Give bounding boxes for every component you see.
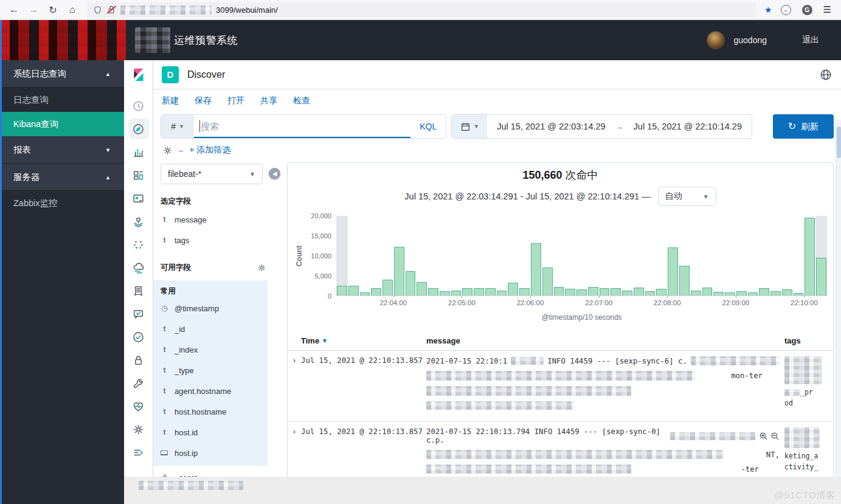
histogram-bar[interactable] [691, 291, 701, 296]
kibana-logo[interactable] [124, 60, 153, 89]
sidebar-item-Zabbix监控[interactable]: Zabbix监控 [0, 191, 124, 215]
sort-desc-icon[interactable]: ▼ [322, 337, 328, 344]
query-field-selector[interactable]: # ▼ [161, 115, 194, 138]
histogram-bar[interactable] [348, 286, 359, 295]
insecure-lock-icon[interactable] [106, 5, 116, 15]
field-item-_index[interactable]: t_index [161, 339, 268, 360]
add-filter-link[interactable]: + 添加筛选 [189, 145, 230, 156]
bookmark-star-icon[interactable]: ★ [764, 5, 772, 15]
notebook-icon[interactable] [128, 280, 149, 301]
histogram-bar[interactable] [576, 289, 587, 295]
histogram-bar[interactable] [794, 293, 804, 295]
histogram-bar[interactable] [713, 292, 724, 295]
histogram-bar[interactable] [554, 287, 564, 295]
menu-item-新建[interactable]: 新建 [162, 95, 179, 106]
histogram-bar[interactable] [474, 288, 484, 295]
menu-item-检查[interactable]: 检查 [293, 95, 310, 106]
menu-item-保存[interactable]: 保存 [195, 95, 212, 106]
back-icon[interactable]: ← [5, 2, 23, 18]
histogram-bar[interactable] [600, 288, 610, 295]
shield-icon[interactable] [93, 5, 102, 15]
field-item-_id[interactable]: t_id [161, 319, 268, 339]
histogram-bar[interactable] [451, 291, 462, 296]
histogram-bar[interactable] [725, 292, 735, 295]
sidebar-item-系统日志查询[interactable]: 系统日志查询▲ [0, 60, 124, 88]
calendar-button[interactable]: ▼ [452, 115, 487, 138]
histogram-bar[interactable] [542, 268, 553, 295]
sidebar-item-服务器[interactable]: 服务器▲ [0, 164, 124, 191]
sidebar-item-报表[interactable]: 报表▼ [0, 136, 124, 164]
reload-icon[interactable]: ↻ [44, 2, 62, 18]
histogram-bar[interactable] [440, 291, 450, 295]
zoom-in-icon[interactable] [759, 432, 768, 441]
refresh-button[interactable]: ↻ 刷新 [773, 114, 834, 139]
histogram-bar[interactable] [565, 289, 575, 295]
histogram-bar[interactable] [656, 289, 666, 295]
histogram-bar[interactable] [611, 288, 621, 295]
sidebar-item-Kibana查询[interactable]: Kibana查询 [0, 112, 124, 136]
histogram-bar[interactable] [679, 266, 690, 295]
field-item-host.ip[interactable]: host.ip [161, 443, 268, 463]
machine-learning-icon[interactable] [128, 234, 149, 255]
scrollbar-thumb[interactable] [837, 126, 841, 158]
histogram-bar[interactable] [485, 288, 496, 295]
histogram-bar[interactable] [360, 292, 370, 295]
expand-row-icon[interactable]: › [288, 356, 301, 365]
histogram-bar[interactable] [519, 288, 530, 295]
histogram-bar[interactable] [622, 291, 632, 295]
recent-icon[interactable] [128, 95, 149, 116]
field-settings-gear-icon[interactable] [257, 263, 266, 272]
histogram-bar[interactable] [406, 271, 416, 295]
collapse-sidebar-button[interactable]: ◀ [269, 168, 280, 179]
menu-item-打开[interactable]: 打开 [227, 95, 244, 106]
forward-icon[interactable]: → [24, 2, 43, 18]
browser-menu-icon[interactable]: ☰ [823, 4, 831, 15]
histogram-bar[interactable] [497, 291, 507, 296]
histogram-bar[interactable] [668, 247, 678, 295]
field-item-agent.hostname[interactable]: tagent.hostname [161, 381, 268, 401]
histogram-bar[interactable] [371, 288, 381, 295]
dashboard-icon[interactable] [128, 165, 149, 185]
filter-settings-gear-icon[interactable] [162, 145, 173, 156]
menu-item-共享[interactable]: 共享 [260, 95, 277, 106]
interval-select[interactable]: 自动 ▼ [658, 187, 716, 206]
search-input[interactable] [201, 121, 410, 131]
url-bar[interactable]: 3099/webui/main/ [88, 2, 756, 18]
column-header-time[interactable]: Time ▼ [301, 336, 426, 345]
histogram-bar[interactable] [816, 258, 826, 295]
maps-icon[interactable] [128, 211, 149, 232]
monitoring-heartbeat-icon[interactable] [128, 396, 149, 416]
home-icon[interactable]: ⌂ [63, 2, 81, 18]
expand-nav-icon[interactable] [128, 442, 149, 463]
histogram-bar[interactable] [736, 291, 747, 295]
field-item-message[interactable]: tmessage [161, 209, 280, 230]
histogram-bar[interactable] [588, 287, 598, 295]
zoom-out-icon[interactable] [770, 432, 780, 441]
histogram-bar[interactable] [759, 288, 769, 295]
logout-button[interactable]: 退出 [802, 35, 819, 46]
histogram-bar[interactable] [337, 286, 347, 295]
visualize-icon[interactable] [128, 142, 149, 162]
management-gear-icon[interactable] [128, 419, 149, 440]
histogram-bar[interactable] [394, 247, 404, 295]
logs-icon[interactable] [128, 257, 149, 278]
histogram-bar[interactable] [770, 291, 781, 295]
column-header-message[interactable]: message [426, 336, 784, 345]
discover-icon[interactable] [128, 119, 149, 139]
date-to[interactable]: Jul 15, 2021 @ 22:10:14.29 [624, 115, 752, 138]
index-pattern-select[interactable]: filebeat-* ▼ [161, 164, 263, 184]
histogram-bar[interactable] [748, 292, 758, 295]
histogram-bar[interactable] [702, 288, 713, 295]
histogram-bar[interactable] [428, 288, 438, 295]
expand-row-icon[interactable]: › [288, 427, 301, 436]
pocket-icon[interactable]: ⌄ [781, 5, 791, 15]
security-lock-icon[interactable] [128, 350, 149, 370]
sidebar-item-日志查询[interactable]: 日志查询 [0, 88, 124, 112]
field-item-_type[interactable]: t_type [161, 360, 268, 381]
column-header-tags[interactable]: tags [784, 336, 833, 345]
histogram-bar[interactable] [805, 218, 815, 295]
canvas-icon[interactable] [128, 188, 149, 209]
histogram-bar[interactable] [462, 288, 472, 295]
field-item-host.hostname[interactable]: thost.hostname [161, 401, 268, 422]
histogram-bar[interactable] [508, 283, 518, 295]
